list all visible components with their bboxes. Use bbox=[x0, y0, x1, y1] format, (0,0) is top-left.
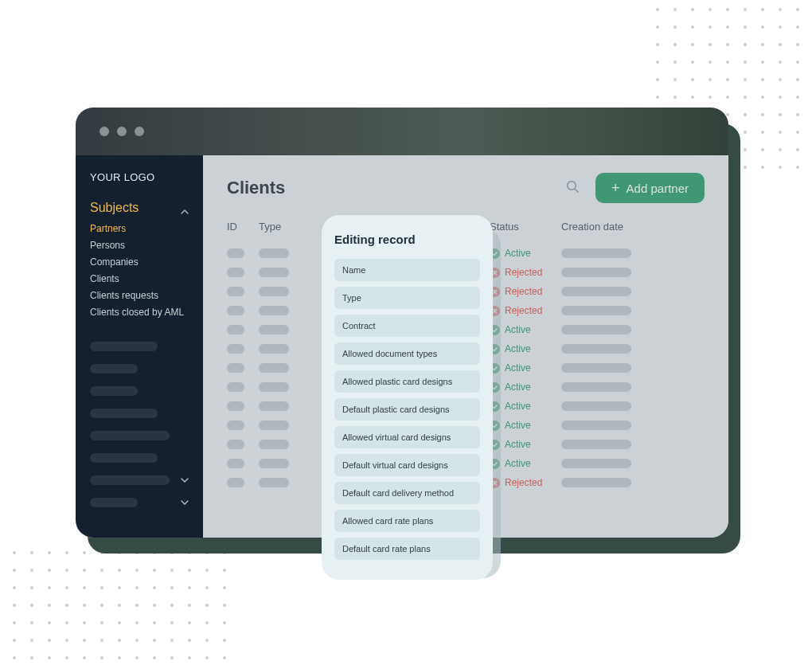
modal-field[interactable]: Default card delivery method bbox=[334, 482, 480, 504]
sidebar-section-title: Subjects bbox=[90, 201, 139, 215]
chevron-down-icon bbox=[181, 476, 189, 484]
modal-field[interactable]: Allowed virtual card designs bbox=[334, 426, 480, 448]
modal-field[interactable]: Allowed card rate plans bbox=[334, 510, 480, 532]
modal-field[interactable]: Contract bbox=[334, 315, 480, 337]
modal-field[interactable]: Default plastic card designs bbox=[334, 398, 480, 421]
sidebar-item[interactable]: Clients bbox=[90, 273, 189, 284]
sidebar-placeholder bbox=[90, 342, 158, 351]
sidebar-placeholder bbox=[90, 453, 158, 463]
sidebar-list: PartnersPersonsCompaniesClientsClients r… bbox=[90, 223, 189, 318]
sidebar-item[interactable]: Partners bbox=[90, 223, 189, 234]
sidebar-item[interactable]: Clients closed by AML bbox=[90, 307, 189, 318]
chevron-up-icon bbox=[181, 208, 189, 216]
logo: YOUR LOGO bbox=[90, 171, 189, 183]
sidebar-section-subjects[interactable]: Subjects bbox=[90, 201, 189, 223]
modal-title: Editing record bbox=[334, 233, 480, 246]
sidebar-placeholder bbox=[90, 498, 138, 507]
sidebar-placeholder bbox=[90, 364, 138, 374]
modal-field[interactable]: Type bbox=[334, 287, 480, 309]
modal-field[interactable]: Allowed document types bbox=[334, 342, 480, 365]
sidebar-placeholder bbox=[90, 431, 170, 440]
traffic-light-dot bbox=[117, 127, 127, 136]
decorative-dots-bottom-left bbox=[0, 551, 226, 669]
sidebar-collapsed-section[interactable] bbox=[90, 474, 189, 487]
traffic-light-dot bbox=[100, 127, 109, 136]
editing-record-modal: Editing record NameTypeContractAllowed d… bbox=[322, 215, 493, 580]
window-titlebar bbox=[76, 108, 728, 155]
sidebar-item[interactable]: Persons bbox=[90, 240, 189, 251]
modal-field[interactable]: Allowed plastic card designs bbox=[334, 370, 480, 393]
sidebar-placeholder bbox=[90, 386, 138, 396]
modal-field[interactable]: Default virtual card designs bbox=[334, 454, 480, 476]
modal-field[interactable]: Name bbox=[334, 259, 480, 281]
sidebar-item[interactable]: Clients requests bbox=[90, 290, 189, 301]
sidebar-placeholder-group bbox=[90, 340, 189, 509]
modal-field[interactable]: Default card rate plans bbox=[334, 538, 480, 560]
sidebar-placeholder bbox=[90, 475, 170, 485]
chevron-down-icon bbox=[181, 499, 189, 507]
traffic-light-dot bbox=[135, 127, 144, 136]
sidebar-placeholder bbox=[90, 409, 158, 418]
sidebar: YOUR LOGO Subjects PartnersPersonsCompan… bbox=[76, 155, 203, 538]
sidebar-item[interactable]: Companies bbox=[90, 256, 189, 268]
sidebar-collapsed-section[interactable] bbox=[90, 496, 189, 509]
